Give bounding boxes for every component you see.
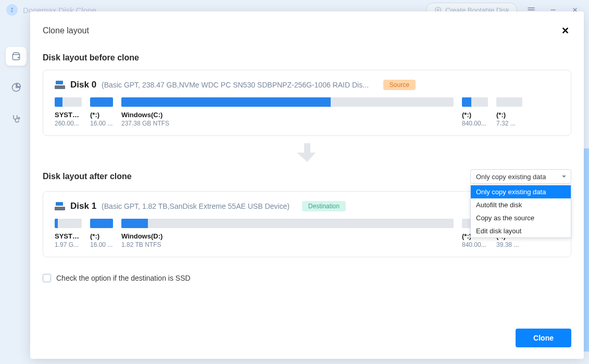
disk0-name: Disk 0 — [70, 80, 96, 90]
disk-icon — [55, 202, 65, 210]
partition[interactable]: Windows(D:) 1.82 TB NTFS — [121, 219, 454, 248]
sidebar-item-chart[interactable] — [6, 78, 27, 97]
partition[interactable]: (*:) 16.00 ... — [90, 219, 113, 248]
stethoscope-icon — [11, 114, 21, 124]
ssd-label: Check the option if the destination is S… — [56, 274, 191, 282]
ssd-checkbox[interactable] — [43, 274, 51, 282]
partition[interactable]: SYSTE... 1.97 G... — [55, 219, 82, 248]
modal-close-button[interactable]: ✕ — [559, 23, 571, 39]
pie-icon — [11, 82, 21, 93]
partition[interactable]: Windows(C:) 237.38 GB NTFS — [121, 97, 454, 127]
dropdown-menu: Only copy existing data Autofilt the dis… — [470, 185, 571, 238]
disk0-desc: (Basic GPT, 238.47 GB,NVMe WDC PC SN530 … — [102, 81, 369, 89]
svg-point-2 — [18, 57, 19, 58]
disk1-desc: (Basic GPT, 1.82 TB,SanDisk Extreme 55AE… — [102, 202, 290, 210]
modal-title: Clone layout — [43, 26, 89, 35]
partition[interactable]: SYSTE... 260.00... — [55, 97, 82, 127]
ssd-option-row[interactable]: Check the option if the destination is S… — [43, 274, 571, 282]
svg-point-1 — [437, 9, 438, 10]
disk-icon — [55, 81, 65, 89]
clone-layout-modal: Clone layout ✕ Disk layout before clone … — [30, 11, 584, 359]
partition[interactable]: (*:) 7.32 ... — [496, 97, 522, 127]
layout-dropdown[interactable]: Only copy existing data — [470, 169, 571, 184]
dropdown-option-autofit[interactable]: Autofilt the disk — [471, 198, 571, 211]
disk1-name: Disk 1 — [70, 201, 96, 211]
svg-point-3 — [18, 118, 19, 119]
dropdown-option-copy-existing[interactable]: Only copy existing data — [471, 185, 571, 198]
source-badge: Source — [383, 80, 416, 90]
app-logo-icon — [6, 4, 18, 16]
arrow-down-icon — [295, 141, 320, 164]
before-title: Disk layout before clone — [43, 53, 571, 62]
dropdown-selected: Only copy existing data — [476, 173, 546, 181]
after-title: Disk layout after clone — [43, 172, 132, 181]
destination-badge: Destination — [302, 201, 346, 211]
sidebar — [0, 20, 32, 364]
hdd-icon — [11, 51, 21, 61]
disk-card-source: Disk 0 (Basic GPT, 238.47 GB,NVMe WDC PC… — [43, 70, 571, 136]
chevron-down-icon — [561, 174, 567, 179]
partition[interactable]: (*:) 840.00... — [462, 97, 488, 127]
partition[interactable]: (*:) 16.00 ... — [90, 97, 113, 127]
disk0-parts: SYSTE... 260.00... (*:) 16.00 ... Window… — [55, 97, 559, 127]
clone-button[interactable]: Clone — [516, 329, 571, 347]
sidebar-item-health[interactable] — [6, 109, 27, 128]
sidebar-item-disk[interactable] — [6, 47, 27, 66]
dropdown-option-copy-source[interactable]: Copy as the source — [471, 211, 571, 224]
dropdown-option-edit[interactable]: Edit disk layout — [471, 224, 571, 237]
